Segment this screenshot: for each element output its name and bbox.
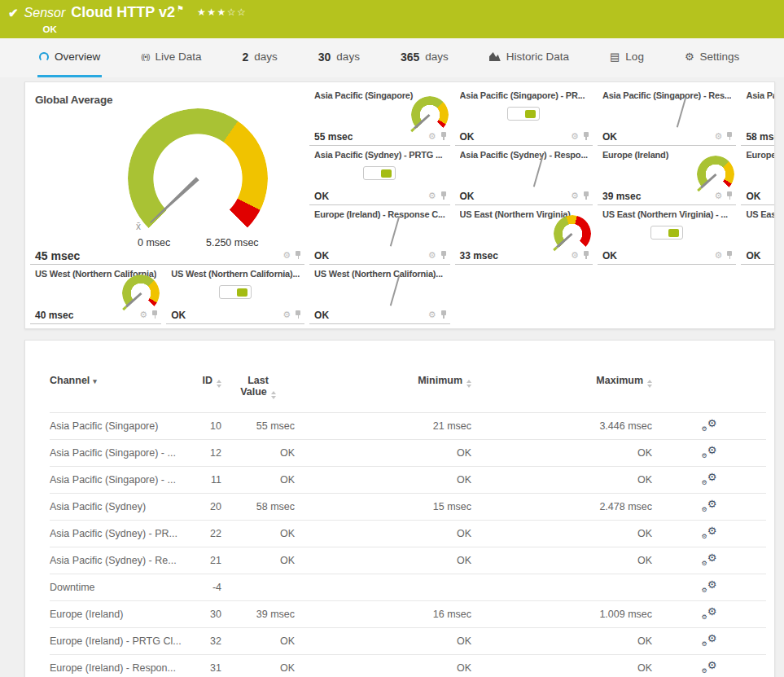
table-row[interactable]: Europe (Ireland) - PRTG Cl...32OKOKOK⚙⚙ (50, 628, 766, 655)
sort-icon (466, 380, 471, 388)
gauge-cell[interactable]: US West (Northern California)40 msec⚙ (30, 266, 161, 324)
gear-icon[interactable]: ⚙ (715, 132, 723, 141)
tab-overview[interactable]: Overview (37, 38, 102, 77)
pin-icon[interactable] (440, 132, 447, 141)
gear-icon[interactable]: ⚙ (571, 251, 579, 260)
column-header-last-value[interactable]: LastValue (221, 371, 295, 413)
gauge-cell[interactable]: Europe (Ireland) - PRTG Cloud...OK⚙ (741, 147, 775, 205)
id-cell: 30 (188, 601, 221, 628)
last-value-cell: OK (221, 521, 295, 547)
tab-settings[interactable]: ⚙Settings (683, 38, 741, 77)
gear-icon[interactable]: ⚙ (715, 191, 723, 200)
pin-icon[interactable] (295, 251, 301, 260)
cell-footer: OK⚙ (602, 248, 733, 263)
gauge-cell[interactable]: US East (Northern Virginia)33 msec⚙ (455, 206, 593, 265)
channel-settings-icon[interactable]: ⚙⚙ (702, 634, 717, 647)
priority-stars[interactable]: ★★★☆☆ (197, 7, 247, 18)
pin-icon[interactable] (726, 251, 733, 260)
table-row[interactable]: Asia Pacific (Sydney)2058 msec15 msec2.4… (50, 494, 766, 521)
sensor-header-text: Sensor Cloud HTTP v2 ⚑ ★★★☆☆ OK (24, 4, 247, 34)
cell-actions: ⚙ (571, 191, 589, 200)
pin-icon[interactable] (440, 310, 447, 319)
column-header-id[interactable]: ID (188, 371, 221, 413)
table-row[interactable]: Asia Pacific (Singapore)1055 msec21 msec… (50, 413, 766, 440)
gauge-cell[interactable]: US West (Northern California)...OK⚙ (166, 266, 304, 324)
channel-settings-icon[interactable]: ⚙⚙ (702, 473, 717, 486)
channel-settings-icon[interactable]: ⚙⚙ (702, 499, 717, 512)
table-row[interactable]: Downtime-4⚙⚙ (50, 574, 766, 601)
pin-icon[interactable] (726, 191, 733, 200)
gauge-cell[interactable]: Asia Pacific (Sydney) - PRTG ...OK⚙ (309, 147, 449, 205)
channel-settings-icon[interactable]: ⚙⚙ (702, 553, 717, 566)
gear-icon[interactable]: ⚙ (428, 191, 436, 200)
channel-settings-icon[interactable]: ⚙⚙ (702, 419, 717, 432)
pin-icon[interactable] (583, 132, 589, 141)
pin-icon[interactable] (440, 251, 447, 260)
gauge-cell[interactable]: Asia Pacific (Singapore) - PR...OK⚙ (455, 87, 593, 146)
channel-settings-icon[interactable]: ⚙⚙ (702, 446, 717, 459)
gear-icon[interactable]: ⚙ (715, 251, 723, 260)
channel-cell: Asia Pacific (Sydney) - Re... (50, 547, 188, 574)
gear-icon[interactable]: ⚙ (571, 132, 579, 141)
table-row[interactable]: Europe (Ireland) - Respon...31OKOKOK⚙⚙ (50, 655, 766, 677)
pin-icon[interactable] (295, 310, 301, 319)
column-header-maximum[interactable]: Maximum (471, 371, 652, 413)
channel-settings-icon[interactable]: ⚙⚙ (702, 580, 717, 593)
gear-icon[interactable]: ⚙ (571, 191, 579, 200)
gauge-cell[interactable]: Asia Pacific (Sydney)58 msec⚙ (741, 87, 775, 146)
table-row[interactable]: Asia Pacific (Sydney) - PR...22OKOKOK⚙⚙ (50, 521, 766, 547)
tab-2-days[interactable]: 2days (240, 38, 278, 77)
channel-settings-icon[interactable]: ⚙⚙ (702, 661, 717, 674)
gear-icon[interactable]: ⚙ (428, 310, 436, 319)
gauge-cell[interactable]: Europe (Ireland) - Response C...OK⚙ (309, 206, 449, 265)
gear-icon[interactable]: ⚙ (428, 251, 436, 260)
pin-icon[interactable] (440, 191, 447, 200)
gauge-cell[interactable]: US East (Northern Virginia) - ...OK⚙ (741, 206, 775, 265)
table-row[interactable]: Asia Pacific (Sydney) - Re...21OKOKOK⚙⚙ (50, 547, 766, 574)
prtg-sensor-page: ✔ Sensor Cloud HTTP v2 ⚑ ★★★☆☆ OK Overvi… (0, 0, 784, 677)
channel-value: 55 msec (314, 131, 353, 143)
table-row[interactable]: Asia Pacific (Singapore) - ...12OKOKOK⚙⚙ (50, 440, 766, 467)
gear-icon[interactable]: ⚙ (139, 310, 147, 319)
cell-actions: ⚙ (283, 310, 301, 319)
gauge-cell[interactable]: Asia Pacific (Singapore) - Res...OK⚙ (598, 87, 736, 146)
channel-value: 33 msec (460, 250, 498, 262)
tab-live-data[interactable]: ((•))Live Data (139, 38, 203, 77)
pin-icon[interactable] (151, 310, 158, 319)
gear-icon[interactable]: ⚙ (283, 310, 291, 319)
channels-table-panel: Channel▾IDLastValueMinimumMaximum Asia P… (24, 340, 775, 677)
id-cell: 11 (188, 467, 221, 494)
column-header-channel[interactable]: Channel▾ (50, 371, 188, 413)
tab-label: Overview (55, 51, 100, 63)
channel-value: 40 msec (35, 310, 73, 321)
column-header-minimum[interactable]: Minimum (295, 371, 471, 413)
gear-icon[interactable]: ⚙ (283, 251, 291, 260)
gauge-cell[interactable]: Europe (Ireland)39 msec⚙ (598, 147, 736, 205)
minimum-cell: 16 msec (295, 601, 471, 628)
pin-icon[interactable] (726, 132, 733, 141)
tab-365-days[interactable]: 365days (399, 38, 450, 77)
gauge-cell[interactable]: Asia Pacific (Singapore)55 msec⚙ (309, 87, 449, 146)
sort-icon (217, 380, 221, 388)
cell-footer: OK⚙ (746, 188, 775, 204)
table-row[interactable]: Europe (Ireland)3039 msec16 msec1.009 ms… (50, 601, 766, 628)
tab-number: 30 (318, 51, 331, 64)
table-row[interactable]: Asia Pacific (Singapore) - ...11OKOKOK⚙⚙ (50, 467, 766, 494)
cell-footer: 39 msec⚙ (602, 188, 733, 204)
tab-log[interactable]: ▤Log (608, 38, 646, 77)
pin-icon[interactable] (583, 251, 589, 260)
channel-cell: Europe (Ireland) (50, 601, 188, 628)
tab-30-days[interactable]: 30days (317, 38, 361, 77)
global-average-cell[interactable]: Global Average x̄ 0 msec 5.250 msec 45 m… (30, 87, 304, 265)
gauge-cell[interactable]: US East (Northern Virginia) - ...OK⚙ (598, 206, 736, 265)
channel-settings-icon[interactable]: ⚙⚙ (702, 526, 717, 539)
gear-icon[interactable]: ⚙ (428, 132, 436, 141)
column-label: Value (221, 386, 295, 399)
pin-icon[interactable] (583, 191, 589, 200)
settings-cell: ⚙⚙ (652, 655, 766, 677)
gauge-cell[interactable]: US West (Northern California)...OK⚙ (309, 266, 449, 324)
flag-icon[interactable]: ⚑ (177, 4, 184, 13)
tab-historic-data[interactable]: Historic Data (488, 38, 571, 77)
channel-settings-icon[interactable]: ⚙⚙ (702, 607, 717, 620)
gauge-cell[interactable]: Asia Pacific (Sydney) - Respo...OK⚙ (455, 147, 593, 205)
